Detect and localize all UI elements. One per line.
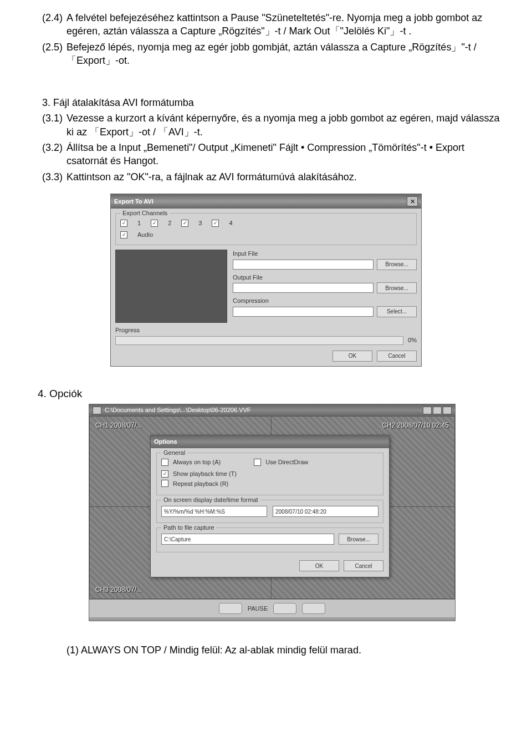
checkbox-always-top[interactable] [161,459,168,466]
checkbox-repeat[interactable] [161,480,168,487]
num-2-5: (2.5) [42,40,66,54]
cancel-button[interactable]: Cancel [377,351,417,362]
label-show-time: Show playback time (T) [173,470,237,478]
instruction-2-5: (2.5)Befejező lépés, nyomja meg az egér … [28,40,504,68]
cam1-label: CH1 2008/07/... [93,420,144,431]
checkbox-audio[interactable]: ✓ [120,231,127,239]
checkbox-ch2[interactable]: ✓ [151,220,158,227]
instruction-3-3: (3.3)Kattintson az "OK"-ra, a fájlnak az… [28,170,504,184]
text-3-2: Állítsa be a Input „Bemeneti"/ Output „K… [66,142,464,166]
options-title: Options [154,438,177,446]
maximize-icon[interactable] [433,407,442,414]
capture-path-field[interactable]: C:\Capture [161,534,334,545]
capture-browse-button[interactable]: Browse... [339,534,378,545]
output-file-field[interactable] [233,283,374,293]
input-file-label: Input File [233,250,417,258]
minimize-icon[interactable] [423,407,432,414]
text-3-1: Vezesse a kurzort a kívánt képernyőre, é… [66,113,499,137]
label-ch4: 4 [229,219,232,227]
progress-percent: 0% [408,336,417,344]
speed-button[interactable] [302,603,325,614]
options-ok-button[interactable]: OK [299,560,339,571]
options-dialog: Options General Always on top (A) U [150,435,390,577]
input-file-field[interactable] [233,260,374,270]
num-3-3: (3.3) [42,170,66,184]
play-button[interactable] [219,603,242,614]
progress-label: Progress [115,326,417,334]
instruction-2-4: (2.4)A felvétel befejezéséhez kattintson… [28,11,504,38]
num-3-1: (3.1) [42,111,66,125]
dialog-title: Export To AVI [114,197,154,206]
label-ch2: 2 [168,219,171,227]
compression-label: Compression [233,297,417,305]
output-browse-button[interactable]: Browse... [377,282,417,293]
osd-sample-field: 2008/07/10 02:48:20 [273,506,378,517]
section-4-title: 4. Opciók [38,387,504,401]
compression-select-button[interactable]: Select... [377,306,417,317]
instruction-3-1: (3.1)Vezesse a kurzort a kívánt képernyő… [28,111,504,139]
num-2-4: (2.4) [42,11,66,24]
player-path: C:\Documents and Settings\...\Desktop\06… [105,406,251,414]
export-avi-dialog: Export To AVI ✕ Export Channels ✓1 ✓2 ✓3… [110,194,422,367]
close-icon[interactable] [443,407,452,414]
osd-format-field[interactable]: %Y/%m/%d %H:%M:%S [161,506,267,517]
app-icon [93,407,101,414]
label-ch1: 1 [137,219,141,227]
ok-button[interactable]: OK [332,351,372,362]
instruction-3-2: (3.2)Állítsa be a Input „Bemeneti"/ Outp… [28,141,504,168]
label-audio: Audio [137,231,153,239]
cam3-label: CH3 2008/07/... [93,584,144,595]
export-channels-group: Export Channels ✓1 ✓2 ✓3 ✓4 ✓Audio [115,213,417,245]
label-always-top: Always on top (A) [173,458,221,466]
dialog-titlebar: Export To AVI ✕ [111,194,421,209]
close-icon[interactable]: ✕ [407,196,418,206]
compression-field[interactable] [233,307,374,317]
label-ch3: 3 [198,219,202,227]
output-file-label: Output File [233,273,417,282]
checkbox-ch1[interactable]: ✓ [120,220,127,227]
general-group-label: General [161,449,187,457]
cam2-label: CH2 2008/07/10 02:45 [380,420,451,431]
options-cancel-button[interactable]: Cancel [344,560,383,571]
player-window: C:\Documents and Settings\...\Desktop\06… [89,404,456,621]
label-repeat: Repeat playback (R) [173,480,228,488]
player-controls: PAUSE [89,599,455,617]
preview-pane [115,250,227,323]
label-directdraw: Use DirectDraw [265,458,308,466]
num-3-2: (3.2) [42,141,66,154]
text-3-3: Kattintson az "OK"-ra, a fájlnak az AVI … [66,171,357,182]
capture-path-group-label: Path to file capture [161,524,217,532]
checkbox-ch4[interactable]: ✓ [212,220,219,227]
progress-bar [115,336,403,345]
osd-group-label: On screen display date/time format [161,496,260,504]
video-quad-area: CH1 2008/07/... CH2 2008/07/10 02:45 CH3… [89,416,455,599]
export-channels-label: Export Channels [120,209,170,217]
text-2-4: A felvétel befejezéséhez kattintson a Pa… [66,12,482,37]
checkbox-show-time[interactable]: ✓ [161,470,168,478]
text-2-5: Befejező lépés, nyomja meg az egér jobb … [66,42,477,66]
section-3-title: 3. Fájl átalakítása AVI formátumba [28,96,504,109]
stop-button[interactable] [273,603,296,614]
checkbox-ch3[interactable]: ✓ [181,220,188,227]
footer-instruction-1: (1) ALWAYS ON TOP / Mindig felül: Az al-… [28,643,504,657]
input-browse-button[interactable]: Browse... [377,259,417,270]
player-titlebar: C:\Documents and Settings\...\Desktop\06… [89,404,455,416]
pause-label: PAUSE [248,605,268,613]
checkbox-directdraw[interactable] [254,459,261,466]
